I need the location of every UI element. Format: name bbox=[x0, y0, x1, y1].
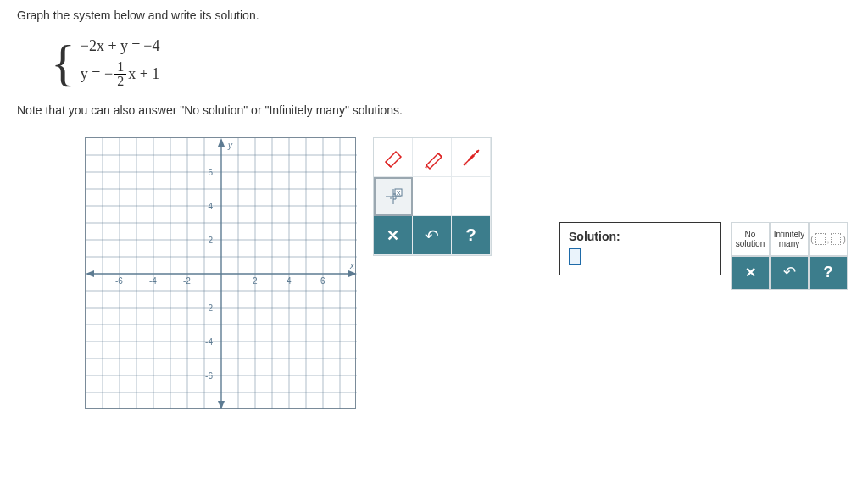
solution-toolbox: Nosolution Infinitelymany (,) ✕ ↶ ? bbox=[731, 222, 848, 290]
brace-icon: { bbox=[51, 37, 75, 88]
svg-text:2: 2 bbox=[208, 236, 213, 245]
svg-text:6: 6 bbox=[208, 168, 213, 177]
svg-text:-2: -2 bbox=[183, 276, 191, 286]
svg-text:x: x bbox=[397, 188, 401, 197]
solution-panel: Solution: bbox=[559, 222, 721, 275]
question-text: Graph the system below and write its sol… bbox=[17, 8, 851, 22]
solution-help-button[interactable]: ? bbox=[809, 256, 848, 290]
toolbox-blank-2 bbox=[452, 177, 491, 216]
eraser-tool[interactable] bbox=[374, 138, 413, 177]
clear-button[interactable]: ✕ bbox=[374, 216, 413, 255]
note-text: Note that you can also answer "No soluti… bbox=[17, 103, 851, 117]
solution-label: Solution: bbox=[569, 230, 711, 243]
svg-text:y: y bbox=[227, 141, 233, 150]
no-solution-button[interactable]: Nosolution bbox=[731, 222, 770, 256]
solution-input[interactable] bbox=[569, 248, 581, 265]
line-tool[interactable] bbox=[452, 138, 491, 177]
svg-text:-4: -4 bbox=[205, 337, 213, 347]
svg-text:x: x bbox=[349, 261, 355, 270]
equation-1: −2x + y = −4 bbox=[81, 37, 160, 55]
equation-2: y = − 1 2 x + 1 bbox=[81, 60, 160, 88]
coordinate-graph[interactable]: y x -6 -4 -2 2 4 6 6 4 2 -2 -4 -6 bbox=[85, 137, 356, 409]
svg-text:6: 6 bbox=[320, 276, 326, 286]
undo-button[interactable]: ↶ bbox=[413, 216, 452, 255]
solution-clear-button[interactable]: ✕ bbox=[731, 256, 770, 290]
pencil-tool[interactable] bbox=[413, 138, 452, 177]
svg-text:-2: -2 bbox=[205, 303, 213, 313]
svg-text:-6: -6 bbox=[115, 276, 123, 286]
zoom-tool[interactable]: x bbox=[374, 177, 413, 216]
toolbox-blank-1 bbox=[413, 177, 452, 216]
svg-text:4: 4 bbox=[287, 276, 292, 286]
svg-text:-6: -6 bbox=[205, 371, 213, 381]
solution-undo-button[interactable]: ↶ bbox=[770, 256, 809, 290]
svg-marker-32 bbox=[86, 270, 94, 277]
svg-line-51 bbox=[469, 155, 474, 160]
graph-toolbox: x ✕ ↶ ? bbox=[373, 137, 492, 256]
ordered-pair-button[interactable]: (,) bbox=[809, 222, 848, 256]
svg-marker-33 bbox=[348, 270, 357, 277]
svg-marker-30 bbox=[218, 138, 225, 147]
equation-system: { −2x + y = −4 y = − 1 2 x + 1 bbox=[51, 37, 851, 88]
svg-text:-4: -4 bbox=[149, 276, 157, 286]
infinitely-many-button[interactable]: Infinitelymany bbox=[770, 222, 809, 256]
svg-text:2: 2 bbox=[253, 276, 258, 286]
svg-text:4: 4 bbox=[208, 202, 213, 211]
help-button[interactable]: ? bbox=[452, 216, 491, 255]
svg-marker-31 bbox=[218, 401, 225, 409]
